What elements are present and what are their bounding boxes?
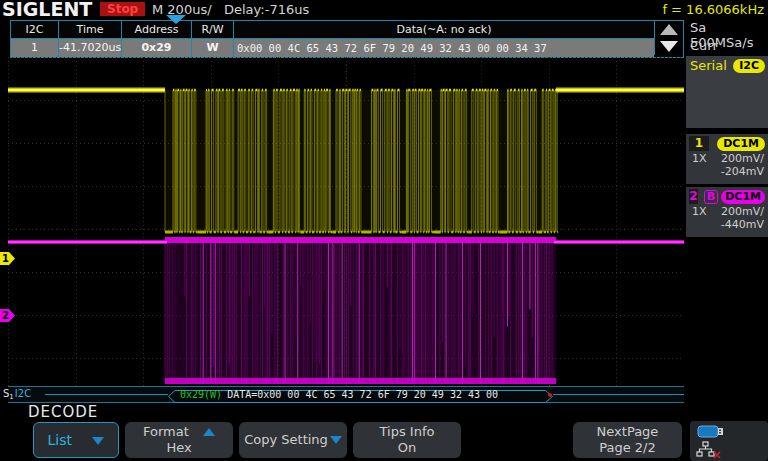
next-page-label: NextPage — [597, 424, 659, 440]
scroll-up-icon[interactable] — [660, 24, 678, 35]
format-button[interactable]: Format Hex — [125, 422, 233, 458]
serial-panel[interactable]: Serial I2C — [686, 56, 768, 128]
format-button-value: Hex — [166, 440, 191, 456]
row-rw: W — [191, 39, 233, 57]
chevron-up-icon — [203, 428, 215, 436]
ch1-probe: 1X — [692, 152, 707, 165]
ch2-probe: 1X — [692, 205, 707, 218]
tips-info-label: Tips Info — [380, 424, 435, 440]
waveform-svg — [8, 57, 684, 401]
col-header-i2c: I2C — [11, 21, 58, 38]
oscilloscope-screen: { "colors": { "yellow": "#e8e800", "mage… — [0, 0, 768, 461]
chevron-down-icon — [92, 437, 104, 445]
table-scrollbar — [654, 21, 683, 55]
col-header-time: Time — [58, 21, 121, 38]
row-address: 0x29 — [121, 39, 191, 57]
usb-device-icon[interactable] — [698, 426, 723, 437]
tips-info-value: On — [398, 440, 416, 456]
bus-end-dot-icon — [548, 393, 552, 397]
copy-setting-button[interactable]: Copy Setting — [239, 422, 347, 458]
bus-line-right — [553, 394, 684, 395]
decode-list-header: I2C Time Address R/W Data(~A: no ack) — [11, 21, 654, 38]
format-button-label: Format — [143, 424, 189, 439]
decode-list-table: I2C Time Address R/W Data(~A: no ack) 1 … — [10, 20, 684, 58]
tips-info-button[interactable]: Tips Info On — [353, 422, 461, 458]
menu-title: DECODE — [28, 403, 98, 421]
copy-setting-label: Copy Setting — [244, 432, 328, 447]
ch2-coupling-badge: DC1M — [721, 190, 765, 204]
row-time: -41.7020us — [58, 39, 121, 57]
status-icons — [690, 421, 768, 461]
brand-logo: SIGLENT — [2, 0, 92, 20]
delay-readout: Delay:-716us — [224, 2, 309, 17]
bus-label-sub: 1 — [9, 393, 13, 401]
ch2-panel[interactable]: 2 B DC1M 1X 200mV/ -440mV — [686, 187, 768, 237]
ch1-scale: 200mV/ — [721, 152, 764, 165]
decode-bus-strip: S1I2C 0x29(W)DATA=0x00 00 4C 65 43 72 6F… — [8, 386, 684, 403]
ch2-scale: 200mV/ — [721, 205, 764, 218]
trigger-frequency-readout: f = 16.6066kHz — [662, 2, 764, 17]
bus-line-left — [45, 394, 168, 395]
col-header-rw: R/W — [191, 21, 233, 38]
bus-label-i2c: I2C — [15, 388, 31, 399]
bus-data: DATA=0x00 00 4C 65 43 72 6F 79 20 49 32 … — [227, 389, 498, 400]
bus-label: S1I2C — [3, 388, 31, 401]
scroll-down-icon[interactable] — [660, 41, 678, 52]
ch1-offset: -204mV — [686, 165, 768, 178]
table-row[interactable]: 1 -41.7020us 0x29 W 0x00 00 4C 65 43 72 … — [11, 38, 654, 57]
ch2-number: 2 — [689, 189, 698, 204]
trigger-position-icon[interactable] — [166, 15, 186, 24]
ch1-panel[interactable]: 1 DC1M 1X 200mV/ -204mV — [686, 134, 768, 184]
ch2-offset: -440mV — [686, 218, 768, 231]
next-page-value: Page 2/2 — [599, 440, 656, 456]
list-button-label: List — [48, 432, 72, 448]
serial-label: Serial — [690, 58, 727, 73]
bus-packet-text: 0x29(W)DATA=0x00 00 4C 65 43 72 6F 79 20… — [180, 388, 498, 401]
ch2-bandwidth-chip: B — [704, 190, 718, 204]
lan-icon[interactable] — [697, 442, 714, 456]
col-header-data: Data(~A: no ack) — [233, 21, 654, 38]
ch1-coupling-badge: DC1M — [717, 137, 765, 151]
next-page-button[interactable]: NextPage Page 2/2 — [573, 422, 682, 458]
row-index: 1 — [11, 39, 58, 57]
lan-disconnected-icon — [714, 452, 720, 458]
run-state-badge[interactable]: Stop — [100, 2, 145, 16]
chevron-down-icon — [330, 436, 342, 444]
bus-address: 0x29(W) — [180, 389, 222, 400]
list-button[interactable]: List — [33, 422, 119, 458]
ch1-number: 1 — [689, 136, 709, 151]
row-data: 0x00 00 4C 65 43 72 6F 79 20 49 32 43 00… — [233, 39, 654, 57]
status-icon-panel — [690, 421, 768, 461]
waveform-display — [8, 57, 684, 401]
serial-type-badge: I2C — [733, 59, 765, 73]
